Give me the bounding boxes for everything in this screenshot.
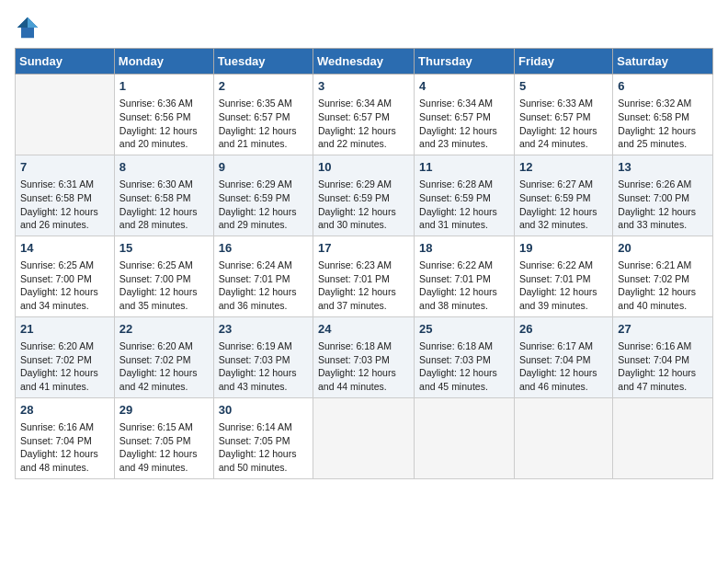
calendar-cell: 7 Sunrise: 6:31 AM Sunset: 6:58 PM Dayli…	[16, 155, 115, 236]
daylight-text: Daylight: 12 hours and 25 minutes.	[618, 125, 696, 150]
daylight-text: Daylight: 12 hours and 39 minutes.	[519, 286, 597, 311]
day-number: 14	[20, 240, 109, 257]
calendar-cell: 23 Sunrise: 6:19 AM Sunset: 7:03 PM Dayl…	[213, 316, 313, 397]
sunset-text: Sunset: 7:05 PM	[119, 435, 191, 446]
day-number: 19	[519, 240, 608, 257]
day-number: 10	[318, 159, 409, 176]
sunrise-text: Sunrise: 6:29 AM	[219, 178, 292, 190]
sunrise-text: Sunrise: 6:29 AM	[318, 178, 392, 190]
sunset-text: Sunset: 7:02 PM	[119, 354, 191, 365]
sunrise-text: Sunrise: 6:20 AM	[119, 340, 193, 351]
sunset-text: Sunset: 6:59 PM	[318, 192, 390, 203]
daylight-text: Daylight: 12 hours and 43 minutes.	[219, 367, 297, 392]
sunset-text: Sunset: 6:56 PM	[119, 111, 191, 122]
calendar-body: 1 Sunrise: 6:36 AM Sunset: 6:56 PM Dayli…	[16, 75, 713, 479]
sunset-text: Sunset: 7:01 PM	[318, 273, 390, 284]
calendar-cell: 5 Sunrise: 6:33 AM Sunset: 6:57 PM Dayli…	[514, 75, 612, 155]
calendar-cell: 6 Sunrise: 6:32 AM Sunset: 6:58 PM Dayli…	[613, 75, 713, 155]
calendar-cell: 15 Sunrise: 6:25 AM Sunset: 7:00 PM Dayl…	[114, 236, 213, 316]
sunrise-text: Sunrise: 6:18 AM	[419, 340, 493, 351]
daylight-text: Daylight: 12 hours and 49 minutes.	[119, 448, 198, 473]
calendar-cell: 24 Sunrise: 6:18 AM Sunset: 7:03 PM Dayl…	[313, 316, 415, 397]
sunset-text: Sunset: 6:57 PM	[219, 111, 290, 122]
sunset-text: Sunset: 7:00 PM	[618, 192, 689, 203]
day-number: 29	[119, 402, 209, 419]
sunrise-text: Sunrise: 6:31 AM	[20, 178, 94, 190]
sunset-text: Sunset: 6:57 PM	[519, 111, 591, 122]
logo-icon	[15, 15, 40, 40]
sunset-text: Sunset: 7:00 PM	[20, 273, 92, 284]
sunrise-text: Sunrise: 6:34 AM	[419, 98, 493, 109]
day-number: 23	[219, 321, 308, 338]
sunrise-text: Sunrise: 6:23 AM	[318, 259, 392, 270]
sunrise-text: Sunrise: 6:25 AM	[20, 259, 94, 270]
calendar-cell: 11 Sunrise: 6:28 AM Sunset: 6:59 PM Dayl…	[415, 155, 515, 236]
calendar-table: SundayMondayTuesdayWednesdayThursdayFrid…	[15, 48, 713, 479]
week-row-3: 14 Sunrise: 6:25 AM Sunset: 7:00 PM Dayl…	[16, 236, 713, 316]
sunrise-text: Sunrise: 6:30 AM	[119, 178, 193, 190]
daylight-text: Daylight: 12 hours and 28 minutes.	[119, 206, 198, 231]
day-number: 5	[519, 78, 608, 95]
day-number: 16	[219, 240, 308, 257]
calendar-cell: 1 Sunrise: 6:36 AM Sunset: 6:56 PM Dayli…	[114, 75, 213, 155]
sunset-text: Sunset: 6:59 PM	[219, 192, 290, 203]
calendar-cell: 9 Sunrise: 6:29 AM Sunset: 6:59 PM Dayli…	[213, 155, 313, 236]
sunset-text: Sunset: 6:58 PM	[618, 111, 689, 122]
sunrise-text: Sunrise: 6:33 AM	[519, 98, 593, 109]
calendar-cell: 12 Sunrise: 6:27 AM Sunset: 6:59 PM Dayl…	[514, 155, 612, 236]
sunrise-text: Sunrise: 6:18 AM	[318, 340, 392, 351]
day-number: 4	[419, 78, 509, 95]
day-number: 17	[318, 240, 409, 257]
daylight-text: Daylight: 12 hours and 31 minutes.	[419, 206, 497, 231]
calendar-cell: 22 Sunrise: 6:20 AM Sunset: 7:02 PM Dayl…	[114, 316, 213, 397]
sunset-text: Sunset: 7:02 PM	[20, 354, 92, 365]
sunset-text: Sunset: 7:01 PM	[519, 273, 591, 284]
sunrise-text: Sunrise: 6:22 AM	[419, 259, 493, 270]
sunset-text: Sunset: 7:03 PM	[419, 354, 491, 365]
day-number: 13	[618, 159, 708, 176]
sunset-text: Sunset: 7:04 PM	[20, 435, 92, 446]
day-number: 20	[618, 240, 708, 257]
day-number: 18	[419, 240, 509, 257]
day-header-monday: Monday	[114, 49, 213, 75]
daylight-text: Daylight: 12 hours and 26 minutes.	[20, 206, 98, 231]
sunset-text: Sunset: 7:03 PM	[219, 354, 290, 365]
sunset-text: Sunset: 7:05 PM	[219, 435, 290, 446]
calendar-cell: 3 Sunrise: 6:34 AM Sunset: 6:57 PM Dayli…	[313, 75, 415, 155]
calendar-cell: 30 Sunrise: 6:14 AM Sunset: 7:05 PM Dayl…	[213, 397, 313, 478]
daylight-text: Daylight: 12 hours and 45 minutes.	[419, 367, 497, 392]
day-number: 27	[618, 321, 708, 338]
sunset-text: Sunset: 6:59 PM	[419, 192, 491, 203]
day-number: 15	[119, 240, 209, 257]
sunrise-text: Sunrise: 6:17 AM	[519, 340, 593, 351]
day-number: 28	[20, 402, 109, 419]
calendar-cell: 17 Sunrise: 6:23 AM Sunset: 7:01 PM Dayl…	[313, 236, 415, 316]
daylight-text: Daylight: 12 hours and 20 minutes.	[119, 125, 198, 150]
daylight-text: Daylight: 12 hours and 33 minutes.	[618, 206, 696, 231]
calendar-cell: 18 Sunrise: 6:22 AM Sunset: 7:01 PM Dayl…	[415, 236, 515, 316]
daylight-text: Daylight: 12 hours and 47 minutes.	[618, 367, 696, 392]
sunset-text: Sunset: 6:58 PM	[119, 192, 191, 203]
day-number: 3	[318, 78, 409, 95]
sunrise-text: Sunrise: 6:34 AM	[318, 98, 392, 109]
day-number: 12	[519, 159, 608, 176]
sunrise-text: Sunrise: 6:36 AM	[119, 98, 193, 109]
daylight-text: Daylight: 12 hours and 41 minutes.	[20, 367, 98, 392]
daylight-text: Daylight: 12 hours and 46 minutes.	[519, 367, 597, 392]
sunrise-text: Sunrise: 6:28 AM	[419, 178, 493, 190]
day-number: 6	[618, 78, 708, 95]
sunrise-text: Sunrise: 6:24 AM	[219, 259, 292, 270]
sunrise-text: Sunrise: 6:19 AM	[219, 340, 292, 351]
svg-marker-1	[28, 17, 38, 28]
sunrise-text: Sunrise: 6:21 AM	[618, 259, 691, 270]
daylight-text: Daylight: 12 hours and 30 minutes.	[318, 206, 396, 231]
sunrise-text: Sunrise: 6:32 AM	[618, 98, 691, 109]
day-number: 26	[519, 321, 608, 338]
calendar-cell	[16, 75, 115, 155]
daylight-text: Daylight: 12 hours and 37 minutes.	[318, 286, 396, 311]
sunset-text: Sunset: 7:03 PM	[318, 354, 390, 365]
daylight-text: Daylight: 12 hours and 24 minutes.	[519, 125, 597, 150]
calendar-cell: 16 Sunrise: 6:24 AM Sunset: 7:01 PM Dayl…	[213, 236, 313, 316]
calendar-cell: 19 Sunrise: 6:22 AM Sunset: 7:01 PM Dayl…	[514, 236, 612, 316]
calendar-cell: 2 Sunrise: 6:35 AM Sunset: 6:57 PM Dayli…	[213, 75, 313, 155]
